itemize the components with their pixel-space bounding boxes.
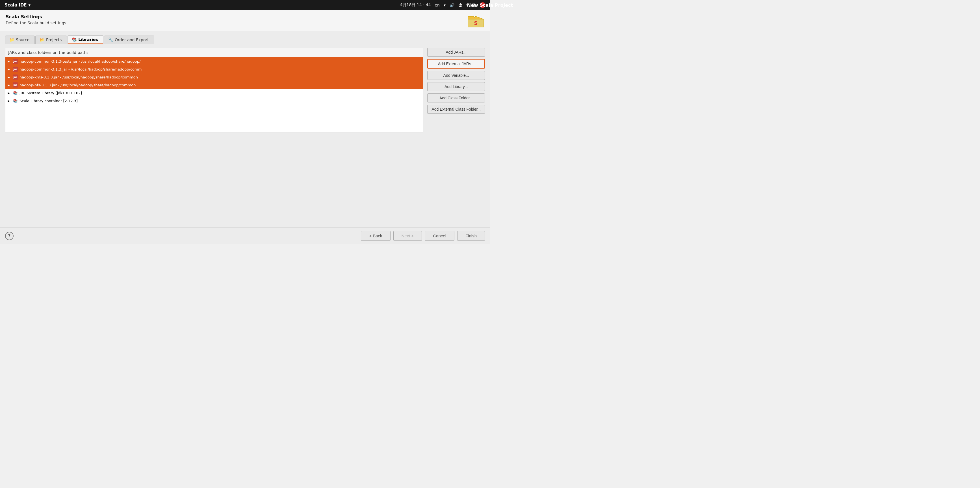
library-list-panel: JARs and class folders on the build path… (5, 48, 423, 132)
dialog-header-text: Scala Settings Define the Scala build se… (6, 14, 68, 25)
expand-arrow-icon: ▶ (8, 76, 11, 79)
list-item[interactable]: ▶ 📚 Scala Library container [2.12.3] (5, 97, 423, 105)
list-item-text: hadoop-nfs-3.1.3.jar - /usr/local/hadoop… (19, 83, 136, 87)
list-item-text: JRE System Library [jdk1.8.0_162] (19, 91, 82, 95)
datetime: 4月18日 14：44 (400, 3, 431, 8)
finish-button[interactable]: Finish (457, 231, 485, 241)
list-item[interactable]: ▶ jar hadoop-common-3.1.3.jar - /usr/loc… (5, 65, 423, 73)
order-export-tab-icon: 🔧 (108, 38, 113, 42)
jar-icon: jar (13, 59, 18, 64)
tab-source-label: Source (16, 38, 29, 42)
svg-text:S: S (474, 20, 478, 26)
add-external-class-folder-button[interactable]: Add External Class Folder... (427, 105, 485, 114)
list-item-text: hadoop-kms-3.1.3.jar - /usr/local/hadoop… (19, 75, 138, 79)
next-button[interactable]: Next > (393, 231, 422, 241)
expand-arrow-icon: ▶ (8, 68, 11, 71)
list-item[interactable]: ▶ jar hadoop-nfs-3.1.3.jar - /usr/local/… (5, 81, 423, 89)
jre-icon: 📚 (13, 90, 18, 95)
dialog-body: 📁 Source 📂 Projects 📚 Libraries 🔧 Order … (0, 31, 490, 227)
content-area: JARs and class folders on the build path… (5, 48, 485, 132)
libraries-tab-icon: 📚 (72, 37, 76, 42)
tab-order-export-label: Order and Export (115, 38, 149, 42)
list-item-text: hadoop-common-3.1.3-tests.jar - /usr/loc… (19, 59, 140, 63)
list-item[interactable]: ▶ jar hadoop-kms-3.1.3.jar - /usr/local/… (5, 73, 423, 81)
add-jars-button[interactable]: Add JARs... (427, 48, 485, 57)
projects-tab-icon: 📂 (40, 38, 45, 42)
tab-libraries[interactable]: 📚 Libraries (68, 35, 103, 44)
tab-order-export[interactable]: 🔧 Order and Export (104, 36, 154, 44)
add-library-button[interactable]: Add Library... (427, 82, 485, 91)
scala-lib-icon: 📚 (13, 98, 18, 103)
list-item[interactable]: ▶ jar hadoop-common-3.1.3-tests.jar - /u… (5, 57, 423, 65)
tab-bar: 📁 Source 📂 Projects 📚 Libraries 🔧 Order … (5, 35, 485, 44)
expand-arrow-icon: ▶ (8, 60, 11, 63)
jar-icon: jar (13, 82, 18, 87)
scala-logo-icon: S (468, 14, 484, 28)
svg-marker-1 (468, 16, 475, 19)
action-buttons-panel: Add JARs... Add External JARs... Add Var… (427, 48, 485, 132)
add-external-jars-button[interactable]: Add External JARs... (427, 59, 485, 68)
titlebar: Scala IDE ▾ New Scala Project 4月18日 14：4… (0, 0, 490, 10)
list-item-text: hadoop-common-3.1.3.jar - /usr/local/had… (19, 67, 142, 71)
power-icon[interactable]: ⏻ (458, 3, 462, 7)
dialog-heading: Scala Settings (6, 14, 68, 19)
add-class-folder-button[interactable]: Add Class Folder... (427, 93, 485, 103)
list-item-text: Scala Library container [2.12.3] (19, 99, 78, 103)
tab-projects[interactable]: 📂 Projects (35, 36, 67, 44)
window-title: New Scala Project (467, 3, 490, 8)
footer-right: < Back Next > Cancel Finish (361, 231, 485, 241)
tab-source[interactable]: 📁 Source (5, 36, 35, 44)
cancel-button[interactable]: Cancel (425, 231, 454, 241)
expand-arrow-icon: ▶ (8, 92, 11, 95)
dialog-header: Scala Settings Define the Scala build se… (0, 10, 490, 31)
expand-arrow-icon: ▶ (8, 99, 11, 103)
locale-dropdown-icon[interactable]: ▾ (444, 3, 445, 7)
jar-icon: jar (13, 67, 18, 72)
app-title-text: Scala IDE (5, 3, 27, 8)
locale: en (434, 3, 440, 7)
tab-libraries-label: Libraries (78, 37, 98, 42)
dialog-footer: ? < Back Next > Cancel Finish (0, 227, 490, 244)
app-name[interactable]: Scala IDE ▾ (5, 3, 30, 8)
footer-left: ? (5, 232, 14, 240)
app-dropdown-icon[interactable]: ▾ (29, 3, 31, 8)
help-button[interactable]: ? (5, 232, 14, 240)
dialog-subheading: Define the Scala build settings. (6, 21, 68, 25)
source-tab-icon: 📁 (10, 38, 14, 42)
add-variable-button[interactable]: Add Variable... (427, 71, 485, 80)
list-label: JARs and class folders on the build path… (5, 48, 423, 57)
list-item[interactable]: ▶ 📚 JRE System Library [jdk1.8.0_162] (5, 89, 423, 97)
volume-icon[interactable]: 🔊 (450, 3, 454, 7)
tab-projects-label: Projects (46, 38, 62, 42)
back-button[interactable]: < Back (361, 231, 390, 241)
jar-icon: jar (13, 74, 18, 79)
expand-arrow-icon: ▶ (8, 84, 11, 87)
